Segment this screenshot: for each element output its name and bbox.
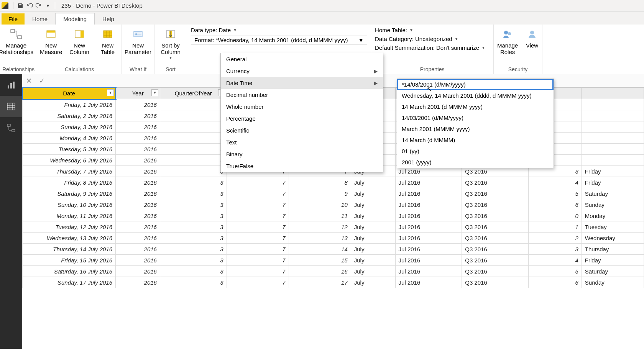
column-filter-icon[interactable]: ▼: [151, 89, 158, 96]
table-cell[interactable]: July: [351, 221, 395, 233]
table-cell[interactable]: Saturday, 16 July 2016: [23, 266, 116, 277]
table-cell[interactable]: Wednesday, 6 July 2016: [23, 155, 116, 166]
table-cell[interactable]: 2016: [116, 221, 160, 233]
table-cell[interactable]: July: [351, 210, 395, 221]
qat-customize-icon[interactable]: ▼: [43, 1, 53, 10]
table-cell[interactable]: 10: [289, 199, 351, 210]
table-cell[interactable]: 2016: [116, 255, 160, 266]
table-cell[interactable]: Thursday: [582, 244, 644, 255]
table-cell[interactable]: 3: [160, 133, 227, 144]
menu-item[interactable]: 01 (yy): [397, 146, 554, 157]
table-cell[interactable]: Sunday, 3 July 2016: [23, 121, 116, 133]
table-row[interactable]: Tuesday, 12 July 201620163712JulyJul 201…: [23, 221, 644, 233]
table-cell[interactable]: 4: [528, 177, 582, 188]
table-cell[interactable]: July: [351, 233, 395, 244]
table-cell[interactable]: 3: [160, 277, 227, 288]
table-cell[interactable]: Saturday: [582, 188, 644, 199]
column-header[interactable]: Year▼: [116, 88, 160, 99]
menu-item[interactable]: *14/03/2001 (d/MM/yyyy): [397, 79, 554, 90]
table-cell[interactable]: 3: [160, 210, 227, 221]
table-cell[interactable]: Sunday, 10 July 2016: [23, 199, 116, 210]
menu-item[interactable]: Whole number: [221, 101, 383, 113]
table-cell[interactable]: 7: [227, 188, 289, 199]
table-cell[interactable]: 11: [289, 210, 351, 221]
table-cell[interactable]: [582, 110, 644, 121]
table-cell[interactable]: 7: [227, 244, 289, 255]
menu-item[interactable]: Date Time▶: [221, 77, 383, 89]
table-cell[interactable]: July: [351, 188, 395, 199]
tab-help[interactable]: Help: [95, 13, 122, 25]
table-row[interactable]: Saturday, 9 July 20162016379JulyJul 2016…: [23, 188, 644, 199]
new-table-button[interactable]: New Table: [96, 28, 119, 56]
table-cell[interactable]: 1: [528, 221, 582, 233]
manage-relationships-button[interactable]: Manage Relationships: [2, 28, 30, 56]
manage-roles-button[interactable]: Manage Roles: [496, 28, 519, 56]
data-view-button[interactable]: [0, 96, 22, 117]
table-cell[interactable]: 0: [528, 210, 582, 221]
menu-item[interactable]: Currency▶: [221, 65, 383, 77]
table-cell[interactable]: 4: [528, 255, 582, 266]
new-column-button[interactable]: New Column: [68, 28, 91, 56]
table-cell[interactable]: Saturday, 2 July 2016: [23, 110, 116, 121]
table-row[interactable]: Friday, 15 July 201620163715JulyJul 2016…: [23, 255, 644, 266]
table-row[interactable]: Monday, 11 July 201620163711JulyJul 2016…: [23, 210, 644, 221]
table-cell[interactable]: 7: [227, 266, 289, 277]
table-cell[interactable]: 15: [289, 255, 351, 266]
menu-item[interactable]: Decimal number: [221, 89, 383, 101]
table-cell[interactable]: Friday: [582, 166, 644, 177]
home-table-dropdown[interactable]: Home Table: ▼: [375, 27, 490, 33]
table-cell[interactable]: [582, 121, 644, 133]
table-cell[interactable]: [582, 99, 644, 110]
table-row[interactable]: Friday, 8 July 20162016378JulyJul 2016Q3…: [23, 177, 644, 188]
table-cell[interactable]: Jul 2016: [395, 266, 462, 277]
redo-icon[interactable]: [34, 1, 43, 10]
table-cell[interactable]: 16: [289, 266, 351, 277]
table-cell[interactable]: 3: [528, 244, 582, 255]
table-cell[interactable]: 5: [528, 188, 582, 199]
table-cell[interactable]: Q3 2016: [462, 233, 529, 244]
table-cell[interactable]: 3: [160, 188, 227, 199]
table-cell[interactable]: 7: [227, 233, 289, 244]
table-cell[interactable]: Friday: [582, 255, 644, 266]
menu-item[interactable]: 2001 (yyyy): [397, 157, 554, 168]
table-cell[interactable]: Saturday: [582, 266, 644, 277]
menu-item[interactable]: Text: [221, 136, 383, 148]
table-cell[interactable]: 12: [289, 221, 351, 233]
table-cell[interactable]: [582, 144, 644, 155]
table-cell[interactable]: 8: [289, 177, 351, 188]
table-cell[interactable]: 3: [160, 244, 227, 255]
menu-item[interactable]: General: [221, 53, 383, 65]
table-cell[interactable]: 3: [160, 155, 227, 166]
format-dropdown[interactable]: Format: *Wednesday, 14 March 2001 (dddd,…: [191, 36, 367, 44]
table-cell[interactable]: 2016: [116, 133, 160, 144]
accept-formula-icon[interactable]: ✓: [35, 75, 48, 86]
table-cell[interactable]: 3: [160, 121, 227, 133]
sort-by-column-button[interactable]: Sort by Column ▼: [157, 28, 184, 60]
table-cell[interactable]: Sunday: [582, 199, 644, 210]
new-measure-button[interactable]: New Measure: [39, 28, 62, 56]
table-cell[interactable]: 7: [227, 210, 289, 221]
date-format-menu[interactable]: *14/03/2001 (d/MM/yyyy)Wednesday, 14 Mar…: [397, 79, 554, 168]
table-cell[interactable]: Jul 2016: [395, 233, 462, 244]
table-cell[interactable]: Q3 2016: [462, 277, 529, 288]
menu-item[interactable]: Wednesday, 14 March 2001 (dddd, d MMMM y…: [397, 90, 554, 101]
save-icon[interactable]: [16, 1, 25, 10]
table-cell[interactable]: Sunday: [582, 277, 644, 288]
table-cell[interactable]: 7: [227, 199, 289, 210]
table-row[interactable]: Wednesday, 13 July 201620163713JulyJul 2…: [23, 233, 644, 244]
menu-item[interactable]: Scientific: [221, 124, 383, 136]
table-cell[interactable]: Jul 2016: [395, 255, 462, 266]
table-cell[interactable]: 7: [227, 255, 289, 266]
table-cell[interactable]: Q3 2016: [462, 210, 529, 221]
table-cell[interactable]: Monday, 4 July 2016: [23, 133, 116, 144]
column-filter-icon[interactable]: ▼: [107, 89, 114, 96]
table-cell[interactable]: 3: [160, 177, 227, 188]
table-cell[interactable]: 2: [528, 233, 582, 244]
table-cell[interactable]: Jul 2016: [395, 199, 462, 210]
table-cell[interactable]: Wednesday: [582, 233, 644, 244]
data-category-dropdown[interactable]: Data Category: Uncategorized ▼: [375, 36, 490, 42]
table-cell[interactable]: 2016: [116, 99, 160, 110]
table-cell[interactable]: Q3 2016: [462, 244, 529, 255]
table-cell[interactable]: 3: [160, 255, 227, 266]
table-cell[interactable]: Q3 2016: [462, 188, 529, 199]
